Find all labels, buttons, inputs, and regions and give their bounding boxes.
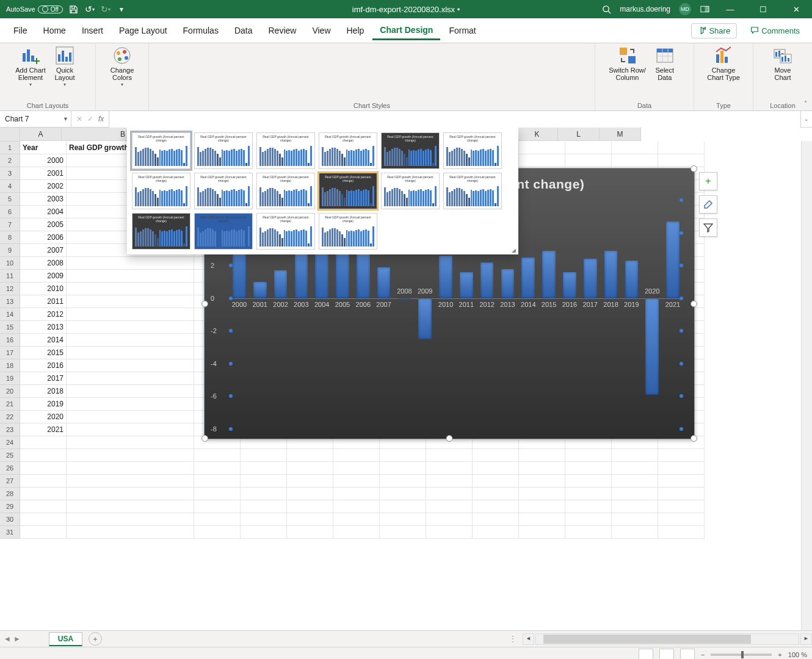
cell[interactable]: 2016 xyxy=(20,359,67,372)
resize-handle[interactable] xyxy=(201,300,208,307)
resize-grip-icon[interactable]: ◢ xyxy=(512,247,516,253)
move-chart-button[interactable]: Move Chart xyxy=(767,46,798,81)
chart-bar[interactable] xyxy=(645,298,659,395)
cell[interactable] xyxy=(287,526,333,539)
cell[interactable] xyxy=(67,347,194,359)
chart-bar[interactable] xyxy=(253,282,267,298)
chart-bar[interactable] xyxy=(460,272,473,298)
cell[interactable] xyxy=(20,513,67,526)
chart-style-thumb[interactable]: Real GDP growth (Annual percent change) xyxy=(194,173,253,209)
cell[interactable] xyxy=(473,449,519,462)
chart-style-thumb[interactable]: Real GDP growth (Annual percent change) xyxy=(443,173,502,209)
page-layout-view-button[interactable] xyxy=(659,649,674,659)
cell[interactable] xyxy=(287,475,333,488)
tab-data[interactable]: Data xyxy=(227,22,260,39)
collapse-ribbon-icon[interactable]: ˄ xyxy=(804,100,807,107)
chart-style-thumb[interactable]: Real GDP growth (Annual percent change) xyxy=(443,132,502,169)
save-icon[interactable] xyxy=(69,4,79,14)
quick-layout-button[interactable]: Quick Layout▾ xyxy=(49,46,80,88)
new-sheet-button[interactable]: ＋ xyxy=(89,632,102,646)
cell[interactable] xyxy=(426,526,473,539)
cell[interactable]: 2020 xyxy=(20,411,67,423)
cell[interactable] xyxy=(20,488,67,500)
cell[interactable] xyxy=(519,142,565,154)
chart-elements-button[interactable]: + xyxy=(699,172,717,190)
chart-style-thumb[interactable]: Real GDP growth (Annual percent change) xyxy=(256,132,315,169)
cell[interactable]: 2004 xyxy=(20,206,67,218)
row-header[interactable]: 15 xyxy=(0,321,20,334)
row-header[interactable]: 12 xyxy=(0,283,20,295)
row-header[interactable]: 11 xyxy=(0,270,20,283)
cell[interactable] xyxy=(565,475,612,488)
resize-handle[interactable] xyxy=(446,435,453,442)
cell[interactable] xyxy=(67,257,194,270)
row-header[interactable]: 31 xyxy=(0,526,20,539)
cell[interactable] xyxy=(194,513,241,526)
cell[interactable] xyxy=(67,270,194,283)
select-data-button[interactable]: Select Data xyxy=(650,46,680,81)
tab-home[interactable]: Home xyxy=(36,22,73,39)
row-header[interactable]: 26 xyxy=(0,462,20,475)
row-header[interactable]: 23 xyxy=(0,423,20,436)
chart-bar[interactable] xyxy=(418,298,432,339)
cell[interactable]: 2007 xyxy=(20,244,67,257)
cell[interactable] xyxy=(519,488,565,500)
row-header[interactable]: 14 xyxy=(0,308,20,321)
chart-bar[interactable] xyxy=(563,272,576,298)
column-header[interactable]: K xyxy=(517,128,558,141)
sheet-tab-usa[interactable]: USA xyxy=(49,632,82,646)
zoom-out-button[interactable]: − xyxy=(701,651,705,658)
cell[interactable] xyxy=(241,526,287,539)
cell[interactable] xyxy=(20,526,67,539)
cell[interactable] xyxy=(333,513,380,526)
cell[interactable] xyxy=(426,462,473,475)
vertical-scrollbar[interactable] xyxy=(801,141,812,630)
cell[interactable] xyxy=(67,500,194,513)
cell[interactable] xyxy=(67,359,194,372)
row-header[interactable]: 16 xyxy=(0,334,20,347)
resize-handle[interactable] xyxy=(691,435,697,442)
cell[interactable]: 2013 xyxy=(20,321,67,334)
cell[interactable] xyxy=(67,475,194,488)
name-box[interactable]: Chart 7▼ xyxy=(0,111,71,127)
zoom-in-button[interactable]: + xyxy=(778,651,781,658)
cell[interactable] xyxy=(565,142,612,154)
cell[interactable] xyxy=(67,436,194,449)
cell[interactable] xyxy=(67,526,194,539)
cell[interactable] xyxy=(658,488,705,500)
chart-bar[interactable] xyxy=(480,262,494,298)
cell[interactable]: 2006 xyxy=(20,231,67,244)
row-header[interactable]: 20 xyxy=(0,385,20,398)
tab-formulas[interactable]: Formulas xyxy=(176,22,226,39)
chart-bar[interactable] xyxy=(666,221,680,298)
tab-chart-design[interactable]: Chart Design xyxy=(372,21,440,40)
cell[interactable] xyxy=(194,475,241,488)
chart-style-thumb[interactable]: Real GDP growth (Annual percent change) xyxy=(194,132,253,169)
tab-file[interactable]: File xyxy=(6,22,35,39)
cell[interactable] xyxy=(194,462,241,475)
cell[interactable] xyxy=(241,462,287,475)
chart-bar[interactable] xyxy=(274,270,288,298)
cell[interactable] xyxy=(67,462,194,475)
column-header[interactable]: M xyxy=(600,128,641,141)
chart-style-thumb[interactable]: Real GDP growth (Annual percent change) xyxy=(132,173,190,209)
cell[interactable] xyxy=(67,295,194,308)
row-header[interactable]: 10 xyxy=(0,257,20,270)
search-icon[interactable] xyxy=(601,4,611,14)
cell[interactable] xyxy=(194,500,241,513)
tab-review[interactable]: Review xyxy=(261,22,304,39)
cell[interactable] xyxy=(565,449,612,462)
row-header[interactable]: 8 xyxy=(0,231,20,244)
row-header[interactable]: 7 xyxy=(0,218,20,231)
row-header[interactable]: 13 xyxy=(0,295,20,308)
cell[interactable]: 2005 xyxy=(20,218,67,231)
cell[interactable] xyxy=(380,475,426,488)
minimize-button[interactable]: — xyxy=(718,0,742,18)
chart-style-thumb[interactable]: Real GDP growth (Annual percent change) xyxy=(132,213,190,250)
cell[interactable]: 2002 xyxy=(20,180,67,193)
cell[interactable] xyxy=(380,513,426,526)
row-header[interactable]: 28 xyxy=(0,488,20,500)
cell[interactable] xyxy=(67,411,194,423)
chart-style-thumb[interactable]: Real GDP growth (Annual percent change) xyxy=(132,132,190,169)
row-header[interactable]: 6 xyxy=(0,206,20,218)
